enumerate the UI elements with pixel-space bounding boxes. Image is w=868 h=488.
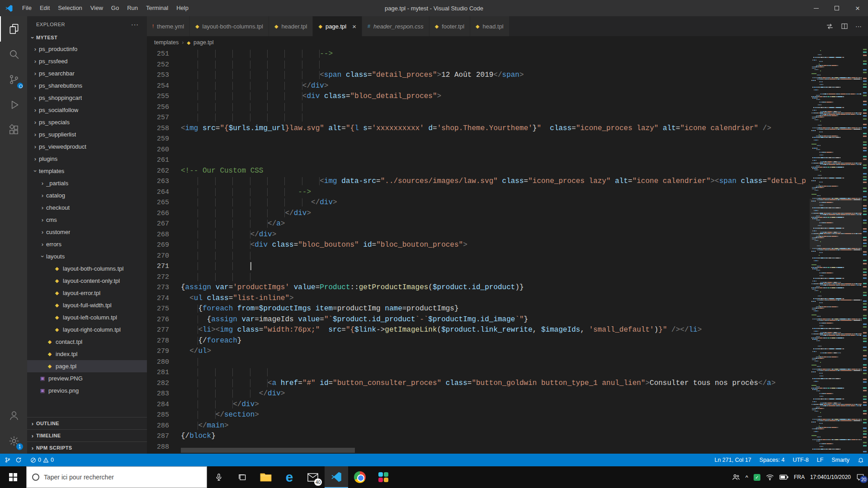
- tree-item-templates[interactable]: ›templates: [27, 165, 147, 177]
- sync-icon[interactable]: [15, 457, 22, 463]
- tree-item-ps_shoppingcart[interactable]: ›ps_shoppingcart: [27, 92, 147, 104]
- source-control-icon[interactable]: [0, 67, 27, 92]
- minimap[interactable]: [810, 49, 862, 454]
- tree-item-layout-full-width.tpl[interactable]: ◆layout-full-width.tpl: [27, 299, 147, 311]
- code-line[interactable]: 260: [147, 145, 810, 155]
- language-mode[interactable]: Smarty: [827, 457, 854, 463]
- tree-item-layouts[interactable]: ›layouts: [27, 250, 147, 263]
- code-line[interactable]: 268 </div>: [147, 230, 810, 240]
- code-line[interactable]: 261: [147, 155, 810, 166]
- code-line[interactable]: 252: [147, 60, 810, 70]
- code-line[interactable]: 275 {foreach from=$productImgs item=prod…: [147, 304, 810, 314]
- code-line[interactable]: 271: [147, 261, 810, 272]
- git-branch-icon[interactable]: [5, 457, 11, 463]
- code-line[interactable]: 251 -->: [147, 49, 810, 60]
- tree-item-catalog[interactable]: ›catalog: [27, 189, 147, 202]
- vscode-taskbar-icon[interactable]: [325, 466, 348, 488]
- encoding-setting[interactable]: UTF-8: [788, 457, 812, 463]
- code-line[interactable]: 259: [147, 134, 810, 145]
- task-view-button[interactable]: [231, 466, 254, 488]
- tree-item-ps_specials[interactable]: ›ps_specials: [27, 116, 147, 128]
- tree-item-layout-right-column.tpl[interactable]: ◆layout-right-column.tpl: [27, 324, 147, 336]
- keyboard-language[interactable]: FRA: [794, 474, 805, 480]
- tree-item-ps_rssfeed[interactable]: ›ps_rssfeed: [27, 55, 147, 67]
- code-line[interactable]: 262<!-- Our Custom CSS: [147, 166, 810, 177]
- code-line[interactable]: 284 </div>: [147, 399, 810, 410]
- code-editor[interactable]: 251 -->252 253 <span class="detail_proce…: [147, 49, 810, 454]
- tab-layout-both-columns.tpl[interactable]: ◆layout-both-columns.tpl: [190, 16, 269, 36]
- tree-item-page.tpl[interactable]: ◆page.tpl: [27, 360, 147, 372]
- code-line[interactable]: 269 <div class="bloc_boutons" id="bloc_b…: [147, 240, 810, 251]
- code-line[interactable]: 277 <li><img class="width:76px;" src="{$…: [147, 325, 810, 336]
- tab-head.tpl[interactable]: ◆head.tpl: [470, 16, 509, 36]
- people-icon[interactable]: [732, 474, 740, 481]
- run-debug-icon[interactable]: [0, 92, 27, 117]
- tree-item-layout-both-columns.tpl[interactable]: ◆layout-both-columns.tpl: [27, 263, 147, 275]
- network-wifi-icon[interactable]: [766, 474, 774, 480]
- tree-item-contact.tpl[interactable]: ◆contact.tpl: [27, 336, 147, 348]
- taskbar-clock[interactable]: 17:04 01/10/2020: [810, 474, 851, 481]
- panel-outline[interactable]: ›OUTLINE: [27, 417, 147, 429]
- security-shield-icon[interactable]: ✓: [754, 474, 760, 481]
- chrome-browser-icon[interactable]: [348, 466, 372, 488]
- code-line[interactable]: 263 <img data-src="../sources/images/law…: [147, 176, 810, 187]
- tab-footer.tpl[interactable]: ◆footer.tpl: [429, 16, 470, 36]
- taskbar-search-input[interactable]: Taper ici pour rechercher: [26, 466, 207, 488]
- slack-app-icon[interactable]: [372, 466, 395, 488]
- menu-go[interactable]: Go: [107, 0, 123, 16]
- menu-run[interactable]: Run: [123, 0, 142, 16]
- code-line[interactable]: 265 </div>: [147, 197, 810, 208]
- tree-item-previos.png[interactable]: ▣previos.png: [27, 385, 147, 397]
- file-explorer-icon[interactable]: [254, 466, 278, 488]
- code-line[interactable]: 286 </main>: [147, 421, 810, 432]
- tab-header_respon.css[interactable]: #header_respon.css: [362, 16, 429, 36]
- account-icon[interactable]: [0, 403, 27, 428]
- code-line[interactable]: 276 {assign var=imageIds value="`$produc…: [147, 314, 810, 325]
- tab-page.tpl[interactable]: ◆page.tpl×: [313, 16, 362, 36]
- tree-item-ps_productinfo[interactable]: ›ps_productinfo: [27, 43, 147, 55]
- code-line[interactable]: 257: [147, 113, 810, 123]
- menu-help[interactable]: Help: [172, 0, 193, 16]
- hidden-icons-chevron[interactable]: ^: [745, 474, 748, 481]
- microphone-button[interactable]: [207, 466, 231, 488]
- breadcrumb-item[interactable]: templates: [154, 39, 179, 46]
- tree-item-layout-content-only.tpl[interactable]: ◆layout-content-only.tpl: [27, 275, 147, 287]
- tree-item-ps_socialfollow[interactable]: ›ps_socialfollow: [27, 104, 147, 116]
- tree-item-layout-left-column.tpl[interactable]: ◆layout-left-column.tpl: [27, 311, 147, 324]
- code-line[interactable]: 267 </a>: [147, 219, 810, 230]
- breadcrumb-item[interactable]: page.tpl: [193, 39, 213, 46]
- code-line[interactable]: 253 <span class="detail_proces">12 Août …: [147, 70, 810, 81]
- code-line[interactable]: 266 </div>: [147, 208, 810, 219]
- tree-item-cms[interactable]: ›cms: [27, 214, 147, 226]
- edge-browser-icon[interactable]: e: [278, 466, 301, 488]
- code-line[interactable]: 282 <a href="#" id="button_consulter_pro…: [147, 378, 810, 389]
- code-line[interactable]: 283 </div>: [147, 389, 810, 399]
- split-editor-icon[interactable]: [841, 23, 848, 30]
- minimap-slider[interactable]: [810, 199, 862, 249]
- overview-ruler[interactable]: [862, 49, 868, 454]
- code-line[interactable]: 281: [147, 367, 810, 378]
- code-line[interactable]: 270: [147, 251, 810, 262]
- panel-npm-scripts[interactable]: ›NPM SCRIPTS: [27, 441, 147, 454]
- notification-center-icon[interactable]: 20: [856, 473, 864, 481]
- problems-indicator[interactable]: 0 0: [26, 457, 58, 463]
- tree-item-customer[interactable]: ›customer: [27, 226, 147, 238]
- more-actions-icon[interactable]: ···: [855, 23, 862, 30]
- mail-app-icon[interactable]: 40: [301, 466, 325, 488]
- minimize-button[interactable]: [806, 0, 826, 16]
- horizontal-scrollbar[interactable]: [181, 448, 355, 453]
- eol-setting[interactable]: LF: [813, 457, 828, 463]
- tree-item-ps_searchbar[interactable]: ›ps_searchbar: [27, 67, 147, 80]
- notifications-bell-icon[interactable]: [854, 457, 868, 463]
- menu-edit[interactable]: Edit: [36, 0, 54, 16]
- close-button[interactable]: ×: [847, 0, 868, 16]
- menu-terminal[interactable]: Terminal: [142, 0, 172, 16]
- code-line[interactable]: 256: [147, 102, 810, 113]
- tree-item-index.tpl[interactable]: ◆index.tpl: [27, 348, 147, 360]
- close-tab-icon[interactable]: ×: [352, 23, 356, 30]
- code-line[interactable]: 280: [147, 357, 810, 368]
- start-button[interactable]: [0, 466, 26, 488]
- explorer-icon[interactable]: [0, 16, 27, 42]
- code-line[interactable]: 273{assign var='productImgs' value=Produ…: [147, 282, 810, 293]
- tree-item-_partials[interactable]: ›_partials: [27, 177, 147, 189]
